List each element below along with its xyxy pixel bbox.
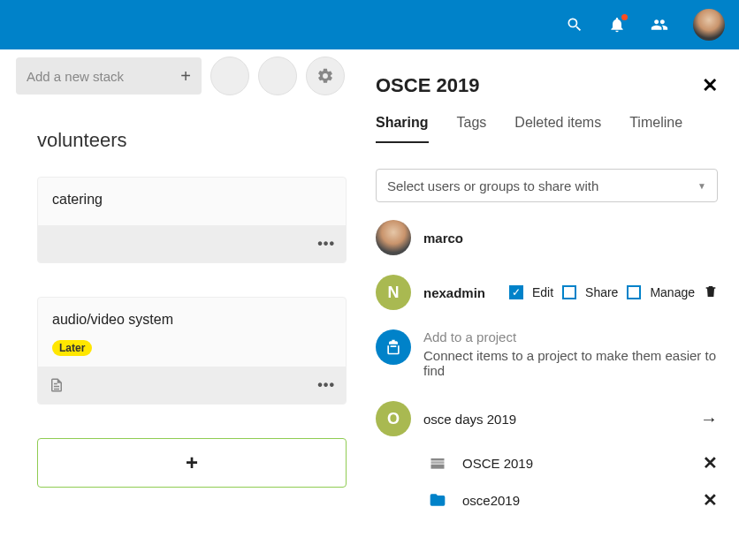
perm-label-share: Share — [585, 285, 618, 299]
project-avatar: O — [376, 401, 411, 436]
permission-checkboxes: Edit Share Manage — [509, 284, 718, 302]
perm-label-manage: Manage — [650, 285, 695, 299]
sharee-name: marco — [423, 231, 463, 246]
user-avatar[interactable] — [693, 9, 725, 41]
main: Add a new stack + volunteers catering ••… — [0, 49, 739, 560]
tab-deleted[interactable]: Deleted items — [514, 115, 601, 143]
topbar — [0, 0, 739, 49]
share-select-placeholder: Select users or groups to share with — [387, 178, 598, 193]
project-item-deck[interactable]: OSCE 2019 ✕ — [376, 452, 718, 473]
tab-timeline[interactable]: Timeline — [629, 115, 682, 143]
project-name: osce days 2019 — [423, 412, 516, 427]
tab-sharing[interactable]: Sharing — [376, 115, 429, 143]
plus-icon: + — [186, 450, 198, 475]
stack-title[interactable]: volunteers — [16, 129, 354, 152]
remove-item-icon[interactable]: ✕ — [703, 452, 718, 473]
add-project-title: Add to a project — [423, 329, 718, 344]
avatar — [376, 220, 411, 255]
share-select[interactable]: Select users or groups to share with ▼ — [376, 169, 718, 202]
toolbar-circle-2[interactable] — [258, 57, 297, 95]
card-tag-later: Later — [52, 340, 92, 356]
search-icon[interactable] — [566, 16, 583, 34]
card-title: catering — [38, 178, 346, 215]
document-icon — [49, 377, 65, 393]
gear-icon — [316, 67, 334, 85]
sharee-name: nexadmin — [423, 285, 485, 300]
card-audio-video[interactable]: audio/video system Later ••• — [37, 297, 347, 405]
sharee-nexadmin: N nexadmin Edit Share Manage — [376, 275, 718, 310]
project-icon — [376, 329, 411, 365]
card-title: audio/video system — [38, 298, 346, 335]
tabs: Sharing Tags Deleted items Timeline — [376, 115, 718, 144]
card-catering[interactable]: catering ••• — [37, 177, 347, 263]
bell-icon[interactable] — [608, 16, 626, 34]
arrow-right-icon[interactable]: → — [700, 409, 718, 429]
board-column-area: Add a new stack + volunteers catering ••… — [0, 49, 354, 560]
details-panel: OSCE 2019 ✕ Sharing Tags Deleted items T… — [354, 49, 739, 560]
project-item-folder[interactable]: osce2019 ✕ — [376, 489, 718, 511]
plus-icon: + — [180, 66, 191, 87]
board-toolbar: Add a new stack + — [16, 57, 354, 95]
chevron-down-icon: ▼ — [697, 181, 706, 191]
folder-icon — [425, 490, 450, 510]
perm-label-edit: Edit — [532, 285, 553, 299]
sharee-marco: marco — [376, 220, 718, 255]
tab-tags[interactable]: Tags — [457, 115, 487, 143]
add-stack-placeholder: Add a new stack — [27, 69, 124, 84]
checkbox-manage[interactable] — [627, 285, 641, 299]
remove-sharee-button[interactable] — [704, 284, 718, 302]
remove-item-icon[interactable]: ✕ — [703, 489, 718, 511]
svg-rect-1 — [431, 461, 445, 464]
add-project-subtitle: Connect items to a project to make them … — [423, 348, 718, 378]
svg-rect-0 — [431, 458, 445, 461]
trash-icon — [704, 284, 718, 299]
card-menu-icon[interactable]: ••• — [317, 236, 335, 252]
checkbox-share[interactable] — [562, 285, 576, 299]
toolbar-circle-1[interactable] — [210, 57, 249, 95]
notification-dot — [621, 14, 628, 20]
add-card-button[interactable]: + — [37, 438, 347, 488]
add-to-project[interactable]: Add to a project Connect items to a proj… — [376, 329, 718, 378]
card-footer: ••• — [38, 367, 346, 404]
svg-rect-2 — [431, 465, 445, 469]
add-stack-input[interactable]: Add a new stack + — [16, 57, 202, 95]
people-icon[interactable] — [651, 16, 668, 34]
settings-button[interactable] — [306, 57, 345, 95]
deck-icon — [425, 453, 450, 473]
avatar: N — [376, 275, 411, 310]
close-icon[interactable]: ✕ — [702, 74, 718, 97]
card-menu-icon[interactable]: ••• — [317, 377, 335, 393]
checkbox-edit[interactable] — [509, 285, 523, 299]
project-row[interactable]: O osce days 2019 → — [376, 401, 718, 436]
project-item-label: OSCE 2019 — [462, 456, 533, 471]
card-footer: ••• — [38, 225, 346, 262]
panel-title: OSCE 2019 — [376, 74, 479, 97]
project-item-label: osce2019 — [462, 493, 520, 508]
